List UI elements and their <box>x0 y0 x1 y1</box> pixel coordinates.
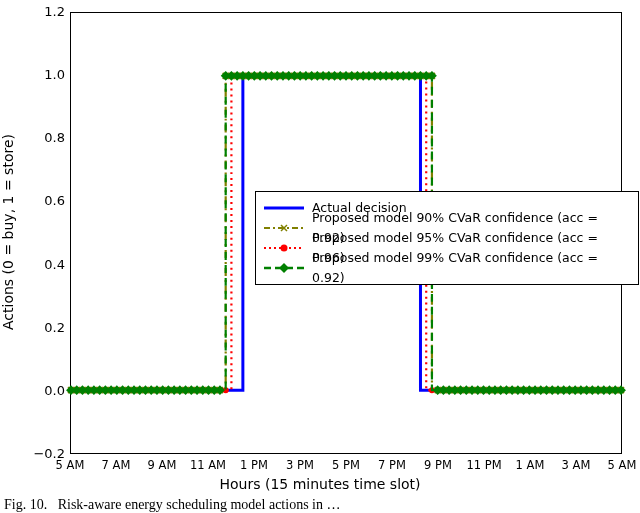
caption-prefix: Fig. 10. <box>4 497 47 512</box>
x-tick-label: 5 AM <box>48 458 92 472</box>
plot-area: Actual decision Proposed model 90% CVaR … <box>70 12 622 454</box>
caption-rest: Risk-aware energy scheduling model actio… <box>51 497 341 512</box>
x-tick-label: 3 AM <box>554 458 598 472</box>
legend-swatch-actual <box>264 200 304 216</box>
legend-entry-99: Proposed model 99% CVaR confidence (acc … <box>264 258 630 278</box>
x-tick-label: 11 PM <box>462 458 506 472</box>
y-tick-label: 0.4 <box>15 257 65 272</box>
figure: Actual decision Proposed model 90% CVaR … <box>0 0 640 513</box>
x-tick-label: 7 AM <box>94 458 138 472</box>
y-tick-label: 0.8 <box>15 130 65 145</box>
legend-swatch-95 <box>264 240 304 256</box>
x-tick-label: 7 PM <box>370 458 414 472</box>
x-tick-label: 1 PM <box>232 458 276 472</box>
svg-rect-354 <box>427 71 437 81</box>
x-tick-label: 1 AM <box>508 458 552 472</box>
svg-rect-317 <box>215 385 225 395</box>
x-tick-label: 11 AM <box>186 458 230 472</box>
x-tick-label: 9 PM <box>416 458 460 472</box>
y-tick-label: 0.2 <box>15 320 65 335</box>
svg-point-393 <box>281 245 288 252</box>
y-tick-label: 1.2 <box>15 4 65 19</box>
figure-caption: Fig. 10. Risk-aware energy scheduling mo… <box>4 497 340 513</box>
y-tick-label: 0.6 <box>15 193 65 208</box>
x-axis-label: Hours (15 minutes time slot) <box>0 476 640 492</box>
legend: Actual decision Proposed model 90% CVaR … <box>255 191 639 285</box>
svg-rect-395 <box>279 263 289 273</box>
x-tick-label: 5 PM <box>324 458 368 472</box>
x-tick-label: 9 AM <box>140 458 184 472</box>
legend-swatch-90 <box>264 220 304 236</box>
x-tick-label: 5 AM <box>600 458 640 472</box>
x-tick-label: 3 PM <box>278 458 322 472</box>
y-tick-label: 1.0 <box>15 67 65 82</box>
svg-rect-387 <box>616 385 626 395</box>
y-tick-label: 0.0 <box>15 383 65 398</box>
legend-swatch-99 <box>264 260 304 276</box>
y-axis-label: Actions (0 = buy, 1 = store) <box>0 36 16 232</box>
legend-label: Proposed model 99% CVaR confidence (acc … <box>312 248 630 288</box>
